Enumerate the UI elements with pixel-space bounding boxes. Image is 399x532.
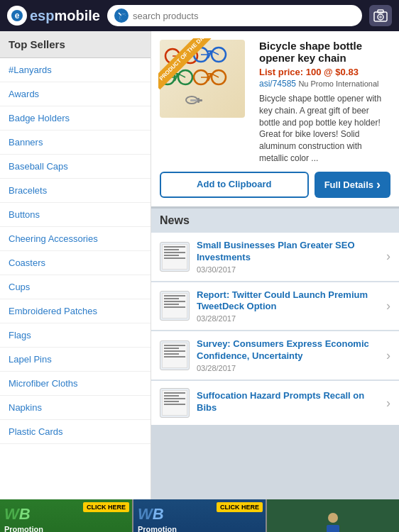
logo-text: espmobile (30, 8, 100, 24)
add-to-clipboard-button[interactable]: Add to Clipboard (160, 172, 309, 198)
news-thumb-0 (160, 242, 190, 272)
full-details-chevron: › (376, 177, 381, 192)
news-date-1: 03/28/2017 (197, 314, 379, 323)
news-title-3: Suffocation Hazard Prompts Recall on Bib… (197, 390, 379, 414)
ad-banner-video (267, 499, 399, 532)
sidebar-item-awards[interactable]: Awards (0, 82, 151, 106)
news-title-2: Survey: Consumers Express Economic Confi… (197, 338, 379, 362)
news-content-0: Small Businesses Plan Greater SEO Invest… (197, 240, 379, 274)
product-asi: asi/74585 Nu Promo International (259, 79, 390, 89)
main-content: Top Sellers #Lanyards Awards Badge Holde… (0, 31, 399, 499)
sidebar-item-buttons[interactable]: Buttons (0, 203, 151, 227)
product-title: Bicycle shape bottle opener key chain (259, 40, 390, 64)
full-details-button[interactable]: Full Details › (315, 172, 390, 198)
full-details-label: Full Details (324, 179, 373, 190)
sidebar-item-flags[interactable]: Flags (0, 323, 151, 348)
product-price: List price: 100 @ $0.83 (259, 67, 390, 77)
news-title-0: Small Businesses Plan Greater SEO Invest… (197, 240, 379, 264)
click-here-badge-1: CLICK HERE (83, 502, 129, 512)
sidebar: Top Sellers #Lanyards Awards Badge Holde… (0, 31, 151, 499)
news-title-1: Report: Twitter Could Launch Premium Twe… (197, 289, 379, 314)
sidebar-item-banners[interactable]: Banners (0, 131, 151, 155)
product-details: Bicycle shape bottle opener key chain Li… (259, 40, 390, 165)
sidebar-item-napkins[interactable]: Napkins (0, 396, 151, 420)
svg-rect-7 (378, 10, 383, 13)
product-badge-ribbon (158, 38, 222, 102)
video-thumb-1[interactable] (267, 499, 399, 532)
news-chevron-2: › (386, 348, 390, 363)
product-image-area (160, 40, 252, 165)
product-description: Bicycle shape bottle opener with key cha… (259, 93, 390, 165)
svg-rect-47 (327, 525, 339, 532)
right-panel: Bicycle shape bottle opener key chain Li… (151, 31, 399, 499)
ad-promotion-1: Promotion (0, 525, 132, 532)
news-content-1: Report: Twitter Could Launch Premium Twe… (197, 289, 379, 323)
ads-row: CLICK HERE WB Promotion Asi 98409 ★★★★★ … (0, 499, 399, 532)
asi-number: asi/74585 (259, 79, 296, 89)
news-chevron-3: › (386, 396, 390, 411)
ad-banner-wb2[interactable]: CLICK HERE WB Promotion Asi 98409 ★★★★ F… (133, 499, 266, 532)
news-content-3: Suffocation Hazard Prompts Recall on Bib… (197, 390, 379, 416)
sidebar-item-plastic-cards[interactable]: Plastic Cards (0, 420, 151, 444)
sidebar-item-microfiber[interactable]: Microfiber Cloths (0, 372, 151, 396)
news-thumb-2 (160, 340, 190, 370)
sidebar-item-baseball-caps[interactable]: Baseball Caps (0, 155, 151, 179)
news-section: News Small Businesses Plan Greater SEO I… (151, 209, 399, 425)
sidebar-item-badge-holders[interactable]: Badge Holders (0, 106, 151, 131)
news-header: News (151, 209, 399, 233)
news-item-2[interactable]: Survey: Consumers Express Economic Confi… (151, 331, 399, 379)
search-input[interactable] (133, 11, 355, 21)
logo-e-icon: e (7, 6, 27, 26)
product-actions: Add to Clipboard Full Details › (160, 172, 390, 198)
sidebar-item-lanyards[interactable]: #Lanyards (0, 58, 151, 82)
sidebar-title: Top Sellers (0, 31, 151, 58)
news-content-2: Survey: Consumers Express Economic Confi… (197, 338, 379, 372)
news-thumb-1 (160, 291, 190, 321)
ad-promotion-2: Promotion (133, 525, 266, 532)
news-item-3[interactable]: Suffocation Hazard Prompts Recall on Bib… (151, 381, 399, 425)
news-item-1[interactable]: Report: Twitter Could Launch Premium Twe… (151, 282, 399, 331)
search-icon (114, 9, 129, 23)
sidebar-item-cheering[interactable]: Cheering Accessories (0, 227, 151, 251)
svg-point-46 (328, 513, 338, 523)
news-chevron-0: › (386, 249, 390, 264)
news-date-0: 03/30/2017 (197, 265, 379, 274)
camera-button[interactable] (369, 5, 392, 26)
app-header: e espmobile (0, 0, 399, 31)
supplier-name2: Nu Promo International (298, 79, 378, 88)
product-of-day-card: Bicycle shape bottle opener key chain Li… (151, 31, 399, 209)
news-item-0[interactable]: Small Businesses Plan Greater SEO Invest… (151, 233, 399, 281)
sidebar-item-bracelets[interactable]: Bracelets (0, 179, 151, 203)
news-chevron-1: › (386, 299, 390, 314)
ad-banner-wb1[interactable]: CLICK HERE WB Promotion Asi 98409 ★★★★★ … (0, 499, 132, 532)
sidebar-item-cups[interactable]: Cups (0, 275, 151, 299)
svg-text:e: e (15, 11, 20, 21)
news-thumb-3 (160, 388, 190, 418)
sidebar-item-lapel[interactable]: Lapel Pins (0, 348, 151, 372)
svg-point-8 (379, 16, 382, 18)
search-bar[interactable] (107, 5, 362, 26)
logo: e espmobile (7, 6, 100, 26)
svg-line-4 (119, 13, 121, 16)
sidebar-item-embroidered[interactable]: Embroidered Patches (0, 299, 151, 323)
click-here-badge-2: CLICK HERE (217, 502, 263, 512)
sidebar-item-coasters[interactable]: Coasters (0, 251, 151, 275)
news-date-2: 03/28/2017 (197, 364, 379, 372)
